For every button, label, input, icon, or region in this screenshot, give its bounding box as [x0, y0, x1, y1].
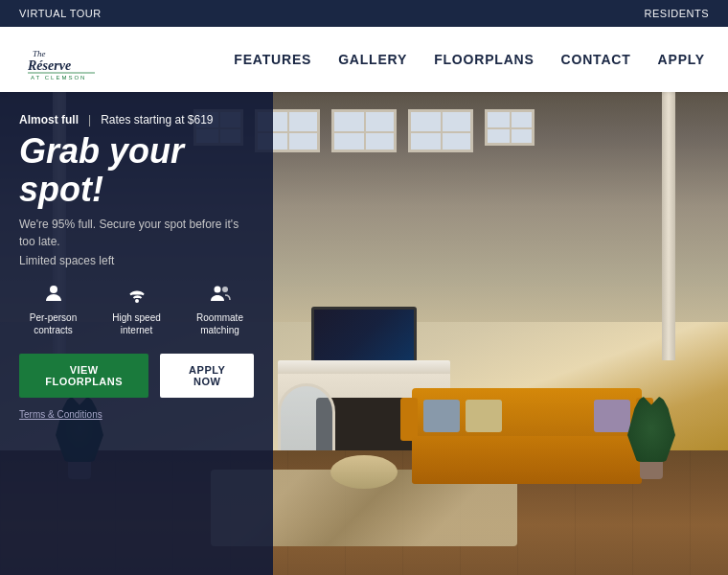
- svg-point-4: [50, 286, 57, 293]
- residents-link[interactable]: RESIDENTS: [645, 8, 709, 19]
- virtual-tour-link[interactable]: VIRTUAL TOUR: [19, 8, 102, 19]
- top-bar: VIRTUAL TOUR RESIDENTS: [0, 0, 728, 27]
- person-icon: [40, 281, 67, 308]
- roommate-icon: [207, 281, 234, 308]
- feature-roommate: Roommatematching: [186, 281, 254, 336]
- feature-label-roommate: Roommatematching: [196, 311, 243, 336]
- svg-point-5: [136, 300, 138, 302]
- sofa-seat: [412, 436, 642, 484]
- cta-row: VIEW FLOORPLANS APPLY NOW: [19, 354, 254, 398]
- overlay-panel: Almost full | Rates starting at $619 Gra…: [0, 92, 273, 575]
- svg-point-7: [222, 287, 228, 292]
- nav-features[interactable]: FEATURES: [234, 52, 311, 67]
- nav-links: FEATURES GALLERY FLOORPLANS CONTACT APPL…: [234, 52, 705, 67]
- svg-text:Réserve: Réserve: [27, 58, 71, 73]
- almost-full-bar: Almost full | Rates starting at $619: [19, 113, 254, 126]
- sofa-arm-left: [400, 398, 418, 441]
- description-text: We're 95% full. Secure your spot before …: [19, 216, 254, 250]
- feature-internet: High speedinternet: [102, 281, 171, 336]
- feature-label-per-person: Per-personcontracts: [30, 311, 77, 336]
- logo-area: The Réserve AT CLEMSON: [23, 35, 100, 83]
- divider: |: [88, 113, 91, 126]
- window-right-large: [408, 109, 473, 152]
- feature-per-person: Per-personcontracts: [19, 281, 87, 336]
- nav-contact[interactable]: CONTACT: [561, 52, 631, 67]
- wifi-icon: [124, 281, 150, 308]
- plant-right: [627, 395, 675, 479]
- features-row: Per-personcontracts High speedinternet: [19, 281, 254, 336]
- logo-svg: The Réserve AT CLEMSON: [23, 35, 100, 83]
- window-right-small: [485, 109, 535, 146]
- window-center: [331, 109, 397, 152]
- nav-floorplans[interactable]: FLOORPLANS: [434, 52, 534, 67]
- sofa-cushion-left: [423, 400, 460, 432]
- tv-screen: [314, 310, 414, 363]
- hero: Almost full | Rates starting at $619 Gra…: [0, 92, 728, 575]
- sofa: [412, 388, 642, 484]
- sofa-cushion-center: [466, 400, 502, 432]
- svg-text:The: The: [33, 49, 46, 58]
- tv: [311, 307, 417, 366]
- plant-leaves-right: [627, 395, 675, 462]
- almost-full-text: Almost full: [19, 113, 79, 126]
- wall-trim-right: [662, 92, 675, 360]
- feature-label-internet: High speedinternet: [112, 311, 161, 336]
- svg-point-6: [214, 287, 220, 293]
- coffee-table: [330, 455, 398, 489]
- plant-pot-right: [640, 462, 663, 479]
- fireplace-mantle: [278, 360, 450, 374]
- rates-text: Rates starting at $619: [101, 113, 213, 126]
- apply-now-button[interactable]: APPLY NOW: [160, 354, 254, 398]
- view-floorplans-button[interactable]: VIEW FLOORPLANS: [19, 354, 148, 398]
- grab-headline: Grab your spot!: [19, 132, 254, 208]
- nav-apply[interactable]: APPLY: [658, 52, 705, 67]
- terms-link[interactable]: Terms & Conditions: [19, 409, 254, 420]
- nav-gallery[interactable]: GALLERY: [338, 52, 407, 67]
- navbar: The Réserve AT CLEMSON FEATURES GALLERY …: [0, 27, 728, 92]
- limited-spaces-text: Limited spaces left: [19, 254, 254, 267]
- sofa-cushion-right: [594, 400, 630, 432]
- svg-text:AT CLEMSON: AT CLEMSON: [31, 75, 86, 80]
